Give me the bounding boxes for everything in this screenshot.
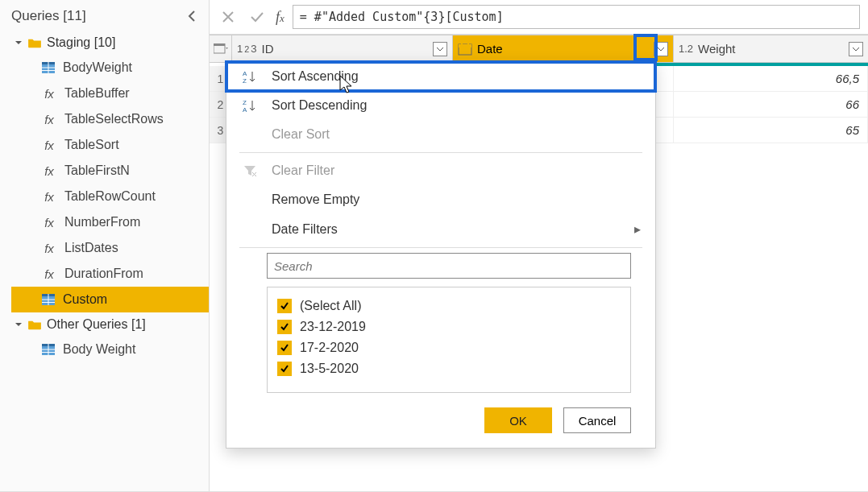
separator: [239, 152, 642, 153]
column-filter-button[interactable]: [849, 42, 863, 56]
check-icon: [249, 10, 265, 24]
cancel-formula-button[interactable]: [218, 6, 239, 28]
option-label: (Select All): [300, 299, 361, 313]
group-other[interactable]: Other Queries [1]: [11, 312, 209, 337]
queries-header: Queries [11]: [0, 0, 209, 31]
svg-rect-19: [461, 43, 463, 46]
query-item-custom[interactable]: Custom: [11, 287, 209, 312]
menu-label: Date Filters: [272, 222, 338, 237]
option-label: 23-12-2019: [300, 320, 366, 334]
query-label: NumberFrom: [64, 215, 140, 229]
filter-search: [267, 253, 631, 279]
column-header-id[interactable]: 123 ID: [232, 35, 453, 63]
collapse-icon[interactable]: [186, 10, 197, 23]
type-whole-number-icon: 123: [237, 43, 257, 55]
fx-label: fx: [276, 9, 284, 26]
table-icon: [42, 344, 55, 355]
caret-down-icon: [15, 39, 23, 47]
filter-option[interactable]: 17-2-2020: [277, 337, 621, 358]
formula-input[interactable]: [293, 5, 860, 29]
cell[interactable]: 66: [674, 92, 868, 118]
menu-sort-ascending[interactable]: AZ Sort Ascending: [226, 62, 655, 91]
close-icon: [221, 10, 235, 24]
query-item[interactable]: fxListDates: [11, 235, 209, 261]
query-label: TableSelectRows: [64, 112, 164, 126]
fx-icon: fx: [42, 139, 56, 152]
menu-label: Sort Descending: [272, 98, 367, 113]
menu-remove-empty[interactable]: Remove Empty: [226, 185, 655, 214]
cancel-button[interactable]: Cancel: [563, 407, 631, 433]
query-list-staging: BodyWeight fxTableBuffer fxTableSelectRo…: [11, 55, 209, 312]
chevron-right-icon: ▸: [634, 221, 641, 237]
query-item[interactable]: fxTableFirstN: [11, 158, 209, 184]
menu-clear-sort: Clear Sort: [226, 120, 655, 149]
filter-option[interactable]: 13-5-2020: [277, 358, 621, 379]
checkbox-checked-icon: [277, 299, 292, 313]
group-label: Other Queries [1]: [47, 317, 146, 332]
query-label: TableFirstN: [64, 163, 130, 178]
separator: [239, 247, 642, 248]
cell[interactable]: 66,5: [674, 66, 868, 92]
sort-asc-icon: AZ: [241, 69, 259, 84]
checkbox-checked-icon: [277, 341, 292, 355]
dropdown-footer: OK Cancel: [226, 393, 655, 433]
query-label: Custom: [63, 292, 107, 307]
chevron-down-icon: [657, 46, 665, 52]
fx-icon: fx: [42, 190, 56, 204]
menu-label: Clear Sort: [272, 127, 330, 142]
query-item[interactable]: fxNumberFrom: [11, 209, 209, 235]
query-item[interactable]: fxTableSelectRows: [11, 106, 209, 132]
commit-formula-button[interactable]: [247, 6, 268, 28]
type-date-icon: [458, 43, 472, 56]
query-item[interactable]: BodyWeight: [11, 55, 209, 81]
filter-option[interactable]: 23-12-2019: [277, 316, 621, 337]
caret-down-icon: [15, 320, 23, 329]
column-header-date[interactable]: Date: [453, 35, 674, 63]
table-icon: [42, 62, 55, 73]
sort-desc-icon: ZA: [241, 98, 259, 113]
query-item[interactable]: fxTableBuffer: [11, 81, 209, 106]
svg-text:A: A: [243, 106, 247, 113]
svg-text:Z: Z: [243, 99, 247, 106]
column-filter-button-date[interactable]: [654, 42, 668, 56]
queries-pane: Queries [11] Staging [10] BodyWeight fxT…: [0, 0, 210, 491]
clear-filter-icon: [241, 163, 259, 178]
query-item[interactable]: fxTableSort: [11, 132, 209, 158]
formula-bar: fx: [210, 0, 868, 35]
column-filter-button[interactable]: [433, 42, 447, 56]
menu-date-filters[interactable]: Date Filters ▸: [226, 214, 655, 244]
menu-sort-descending[interactable]: ZA Sort Descending: [226, 91, 655, 120]
query-item[interactable]: fxDurationFrom: [11, 261, 209, 287]
fx-icon: fx: [42, 242, 56, 255]
menu-label: Sort Ascending: [272, 69, 359, 84]
filter-option[interactable]: (Select All): [277, 296, 621, 316]
menu-label: Clear Filter: [272, 163, 334, 178]
grid-corner-button[interactable]: [210, 35, 232, 63]
fx-icon: fx: [42, 267, 56, 281]
menu-clear-filter: Clear Filter: [226, 156, 655, 185]
queries-title: Queries [11]: [11, 8, 86, 24]
fx-icon: fx: [42, 87, 56, 101]
query-item[interactable]: Body Weight: [11, 337, 209, 362]
svg-text:A: A: [243, 70, 247, 77]
column-header-weight[interactable]: 1.2 Weight: [674, 35, 868, 63]
svg-text:Z: Z: [243, 77, 247, 84]
filter-search-input[interactable]: [267, 253, 631, 279]
group-staging[interactable]: Staging [10]: [11, 31, 209, 55]
group-label: Staging [10]: [47, 35, 115, 50]
query-label: BodyWeight: [63, 60, 132, 75]
option-label: 13-5-2020: [300, 362, 359, 376]
query-label: TableSort: [64, 138, 119, 152]
query-label: Body Weight: [63, 342, 135, 357]
fx-icon: fx: [42, 216, 56, 229]
filter-value-list: (Select All) 23-12-2019 17-2-2020 13-5-2…: [267, 287, 631, 393]
cell[interactable]: 65: [674, 118, 868, 143]
column-name: ID: [262, 42, 429, 56]
ok-button[interactable]: OK: [484, 407, 552, 433]
checkbox-checked-icon: [277, 362, 292, 376]
column-name: Weight: [698, 42, 844, 56]
table-icon: [42, 294, 55, 305]
query-item[interactable]: fxTableRowCount: [11, 184, 209, 209]
folder-icon: [27, 37, 42, 48]
column-dropdown-menu: AZ Sort Ascending ZA Sort Descending Cle…: [226, 61, 656, 449]
